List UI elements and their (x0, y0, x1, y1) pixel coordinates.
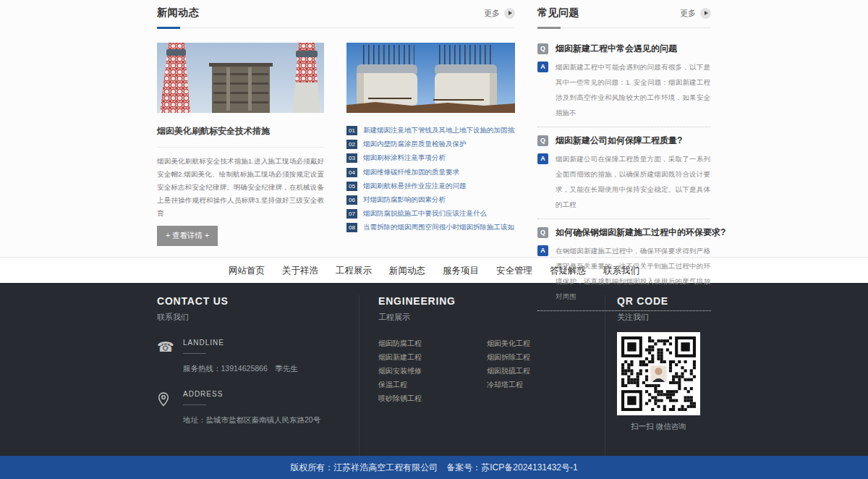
news-item-number: 02 (346, 140, 357, 149)
main-content-area: 新闻动态 更多 (0, 0, 868, 257)
label-underline (183, 353, 206, 354)
faq-section-divider (537, 27, 711, 28)
nav-item-projects[interactable]: 工程展示 (327, 258, 380, 284)
news-list-item[interactable]: 08 当需拆除的烟囱周围空间很小时烟囱拆除施工该如... (346, 221, 515, 234)
news-list-item[interactable]: 05 烟囱刷航标悬挂作业应注意的问题 (346, 179, 515, 193)
footer-link[interactable]: 烟囱美化工程 (487, 336, 595, 350)
address-label: ADDRESS (183, 390, 320, 398)
news-item-number: 03 (346, 153, 357, 163)
news-list-item[interactable]: 06 对烟囱防腐影响的因素分析 (346, 193, 515, 207)
featured-article-excerpt: 烟囱美化刷航标安全技术措施1.进入施工现场必须戴好安全帽2.烟囱美化、绘制航标施… (157, 155, 324, 220)
landline-label: LANDLINE (183, 339, 298, 347)
footer-link[interactable]: 保温工程 (378, 378, 487, 391)
featured-article-title[interactable]: 烟囱美化刷航标安全技术措施 (157, 125, 324, 148)
news-list-image[interactable] (346, 43, 515, 113)
faq-answer: 烟囱新建工程中可能会遇到的问题有很多，以下是其中一些常见的问题：1. 安全问题：… (556, 59, 710, 120)
footer-qr-column: QR CODE 关注我们 扫一扫 微信咨询 (605, 295, 711, 456)
news-list-item[interactable]: 03 烟囱刷标涂料注意事项分析 (346, 151, 515, 165)
news-list-item[interactable]: 02 烟囱内壁防腐涂层质量检验及保护 (346, 137, 515, 151)
page-footer: CONTACT US 联系我们 LANDLINE 服务热线：1391462586… (0, 283, 868, 456)
faq-question[interactable]: 如何确保钢烟囱新建施工过程中的环保要求? (556, 226, 726, 239)
news-item-number: 05 (346, 182, 357, 191)
answer-badge: A (537, 62, 548, 72)
contact-title-cn: 联系我们 (157, 312, 359, 323)
faq-item: Q 烟囱新建公司如何保障工程质量? A 烟囱新建公司在保障工程质量方面，采取了一… (537, 135, 711, 219)
address-text: 地址：盐城市盐都区秦南镇人民东路20号 (183, 415, 320, 425)
news-item-title: 烟囱防腐脱硫施工中要我们应该注意什么 (363, 209, 487, 219)
news-item-title: 新建烟囱注意地下管线及其地上地下设施的加固措施 (363, 126, 515, 135)
footer-link[interactable]: 烟囱安装维修 (378, 364, 487, 378)
news-list-column: 01 新建烟囱注意地下管线及其地上地下设施的加固措施 02 烟囱内壁防腐涂层质量… (346, 43, 515, 246)
engineering-title-cn: 工程展示 (378, 312, 605, 323)
main-navigation: 网站首页 关于祥浩 工程展示 新闻动态 服务项目 安全管理 答疑解惑 联系我们 (0, 257, 868, 283)
featured-article: 烟囱美化刷航标安全技术措施 烟囱美化刷航标安全技术措施1.进入施工现场必须戴好安… (157, 43, 324, 246)
qr-caption: 扫一扫 微信咨询 (617, 422, 700, 432)
footer-link[interactable]: 烟囱脱硫工程 (487, 364, 595, 378)
news-list-item[interactable]: 01 新建烟囱注意地下管线及其地上地下设施的加固措施 (346, 124, 515, 137)
answer-badge: A (537, 153, 548, 164)
phone-icon (157, 339, 176, 374)
question-badge: Q (537, 227, 548, 238)
news-item-number: 01 (346, 126, 357, 135)
news-item-title: 烟囱维修碳纤维加固的质量要求 (363, 168, 459, 177)
faq-question[interactable]: 烟囱新建公司如何保障工程质量? (556, 135, 682, 147)
news-item-title: 当需拆除的烟囱周围空间很小时烟囱拆除施工该如... (363, 223, 515, 232)
news-item-number: 08 (346, 223, 357, 232)
footer-link[interactable]: 烟囱新建工程 (378, 350, 487, 364)
news-item-number: 07 (346, 209, 357, 219)
footer-engineering-column: ENGINEERING 工程展示 烟囱防腐工程 烟囱新建工程 烟囱安装维修 保温… (359, 295, 605, 456)
news-item-title: 烟囱刷航标悬挂作业应注意的问题 (363, 182, 467, 191)
arrow-right-circle-icon (504, 8, 515, 19)
question-badge: Q (537, 135, 548, 146)
contact-title-en: CONTACT US (157, 295, 359, 307)
news-section-title: 新闻动态 (157, 7, 199, 20)
footer-link[interactable]: 喷砂除锈工程 (378, 391, 487, 405)
qr-title-cn: 关注我们 (617, 312, 711, 323)
qr-code-grid (621, 336, 696, 411)
news-list-item[interactable]: 07 烟囱防腐脱硫施工中要我们应该注意什么 (346, 207, 515, 221)
engineering-title-en: ENGINEERING (378, 295, 605, 307)
news-item-title: 烟囱刷标涂料注意事项分析 (363, 153, 446, 163)
location-pin-icon (157, 390, 176, 425)
news-more-label: 更多 (484, 8, 500, 19)
copyright-bar: 版权所有：江苏祥浩高空工程有限公司 备案号：苏ICP备2024131432号-1 (0, 456, 868, 479)
news-more-link[interactable]: 更多 (484, 8, 515, 19)
faq-section-title: 常见问题 (537, 7, 579, 20)
copyright-text: 版权所有：江苏祥浩高空工程有限公司 备案号：苏ICP备2024131432号-1 (290, 462, 577, 472)
label-underline (183, 404, 206, 405)
nav-item-faq[interactable]: 答疑解惑 (541, 258, 595, 284)
news-section-divider (157, 27, 515, 28)
nav-item-contact[interactable]: 联系我们 (595, 258, 648, 284)
question-badge: Q (537, 43, 548, 54)
featured-article-image[interactable] (157, 43, 324, 113)
view-details-button[interactable]: + 查看详情 + (157, 226, 218, 246)
nav-item-services[interactable]: 服务项目 (434, 258, 488, 284)
answer-badge: A (537, 245, 548, 256)
nav-item-about[interactable]: 关于祥浩 (273, 258, 327, 284)
news-item-title: 烟囱内壁防腐涂层质量检验及保护 (363, 140, 467, 149)
faq-question[interactable]: 烟囱新建工程中常会遇见的问题 (556, 43, 677, 55)
faq-more-link[interactable]: 更多 (680, 8, 711, 19)
faq-more-label: 更多 (680, 8, 696, 19)
news-list: 01 新建烟囱注意地下管线及其地上地下设施的加固措施 02 烟囱内壁防腐涂层质量… (346, 124, 515, 235)
news-item-number: 04 (346, 168, 357, 177)
arrow-right-circle-icon (700, 8, 711, 19)
footer-link[interactable]: 烟囱拆除工程 (487, 350, 595, 364)
nav-item-news[interactable]: 新闻动态 (380, 258, 434, 284)
news-item-title: 对烟囱防腐影响的因素分析 (363, 195, 446, 205)
nav-item-safety[interactable]: 安全管理 (488, 258, 541, 284)
footer-link[interactable]: 冷却塔工程 (487, 378, 595, 391)
footer-contact-column: CONTACT US 联系我们 LANDLINE 服务热线：1391462586… (157, 295, 359, 456)
footer-link[interactable]: 烟囱防腐工程 (378, 336, 487, 350)
faq-answer: 烟囱新建公司在保障工程质量方面，采取了一系列全面而细致的措施，以确保所建烟囱既符… (556, 151, 710, 212)
nav-item-home[interactable]: 网站首页 (220, 258, 273, 284)
qr-title-en: QR CODE (617, 295, 711, 307)
phone-number-text: 服务热线：13914625866 季先生 (183, 364, 298, 374)
news-list-item[interactable]: 04 烟囱维修碳纤维加固的质量要求 (346, 166, 515, 179)
faq-item: Q 烟囱新建工程中常会遇见的问题 A 烟囱新建工程中可能会遇到的问题有很多，以下… (537, 43, 711, 127)
news-item-number: 06 (346, 195, 357, 205)
wechat-qr-code (617, 332, 700, 415)
